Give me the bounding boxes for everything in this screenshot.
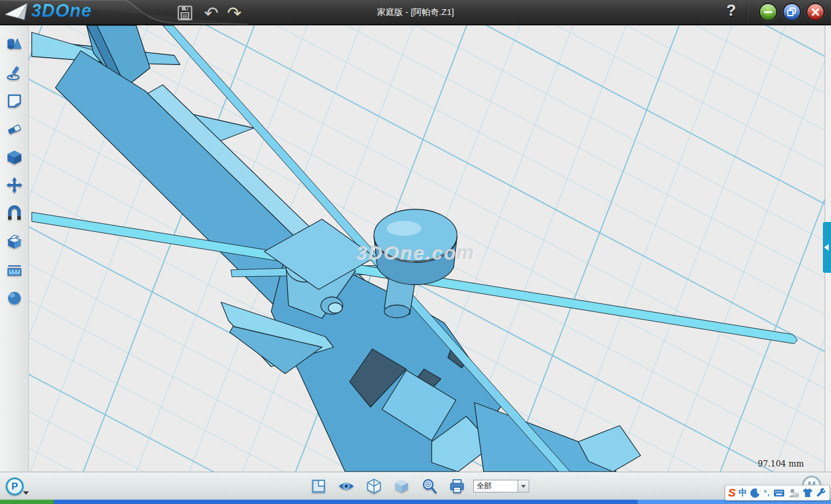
model-canvas[interactable]: 3DOne.com 97.104 mm [29, 25, 825, 472]
question-mark-icon: ? [727, 2, 736, 19]
sogou-logo-icon[interactable]: S [728, 487, 736, 499]
print-button[interactable] [448, 477, 466, 495]
visibility-icon [338, 479, 355, 494]
wireframe-view-button[interactable] [365, 477, 383, 495]
restore-button[interactable] [784, 4, 800, 20]
scale-readout: 97.104 mm [758, 459, 804, 468]
visibility-button[interactable] [337, 477, 355, 495]
profile-caret-icon[interactable] [23, 491, 29, 495]
titlebar-divider [747, 3, 747, 22]
moon-icon[interactable] [750, 487, 761, 499]
shaded-view-icon [394, 478, 410, 494]
help-button[interactable]: ? [723, 2, 740, 22]
os-taskbar-edge [0, 499, 831, 504]
ime-toolbar: S 中 °, 14 [725, 485, 830, 501]
sidebar-item-eraser[interactable] [4, 119, 25, 140]
render-icon [6, 289, 23, 307]
minimize-icon [760, 4, 776, 20]
eraser-icon [6, 121, 23, 138]
special-shape-icon [6, 149, 23, 166]
profile-badge-letter: P [12, 481, 18, 492]
minimize-button[interactable] [760, 4, 776, 20]
chevron-left-icon [824, 244, 829, 251]
sidebar-item-sketch-plane[interactable] [4, 91, 25, 111]
wrench-settings-icon[interactable] [816, 487, 826, 499]
chevron-down-icon [521, 485, 526, 488]
profile-badge-button[interactable]: P [6, 477, 24, 495]
sidebar-item-primitive-solids[interactable] [4, 34, 25, 55]
panel-expand-tab[interactable] [823, 222, 831, 273]
keyboard-icon[interactable] [773, 487, 785, 499]
sidebar-item-sketch[interactable] [4, 62, 25, 83]
move-icon [6, 176, 23, 194]
sidebar-item-combine[interactable] [4, 231, 25, 252]
layout-plane-button[interactable] [309, 477, 328, 495]
magnet-icon [6, 205, 23, 222]
close-button[interactable] [807, 4, 823, 20]
titlebar: 3DOne ↶ ↷ 家庭版 - [阿帕奇.Z1] ? [0, 0, 831, 25]
skin-shirt-icon[interactable] [802, 487, 813, 499]
combine-icon [6, 233, 23, 250]
print-icon [449, 478, 465, 494]
svg-text:14: 14 [794, 493, 798, 497]
sketch-icon [6, 64, 23, 81]
wireframe-view-icon [366, 478, 382, 494]
primitive-solids-icon [6, 36, 23, 53]
sketch-plane-icon [6, 92, 23, 110]
view-toolbar: P [0, 472, 831, 499]
3done-window: 3DOne ↶ ↷ 家庭版 - [阿帕奇.Z1] ? [0, 0, 831, 504]
zoom-view-icon [421, 478, 437, 494]
ime-mode-toggle[interactable]: 中 [739, 487, 747, 499]
tool-sidebar [0, 25, 29, 472]
display-filter-value: 全部 [477, 482, 492, 490]
layout-plane-icon [311, 479, 326, 494]
restore-icon [784, 4, 800, 20]
shaded-view-button[interactable] [392, 477, 411, 495]
taskbar-start-segment [0, 499, 54, 504]
sidebar-item-magnet[interactable] [4, 203, 25, 224]
document-title: 家庭版 - [阿帕奇.Z1] [0, 7, 831, 18]
zoom-view-button[interactable] [420, 477, 439, 495]
display-filter-select[interactable]: 全部 [473, 480, 518, 492]
taskbar-mid-segment [54, 499, 638, 504]
display-filter-dropdown-button[interactable] [518, 480, 529, 492]
grid-plane [29, 25, 825, 472]
punctuation-icon[interactable]: °, [763, 487, 770, 499]
sidebar-item-move[interactable] [4, 175, 25, 195]
sidebar-item-measure[interactable] [4, 259, 25, 280]
measure-icon [6, 261, 23, 279]
sidebar-item-render[interactable] [4, 288, 25, 309]
sidebar-item-special-shape[interactable] [4, 147, 25, 168]
user-count-icon[interactable]: 14 [788, 487, 799, 499]
close-icon [807, 4, 823, 20]
